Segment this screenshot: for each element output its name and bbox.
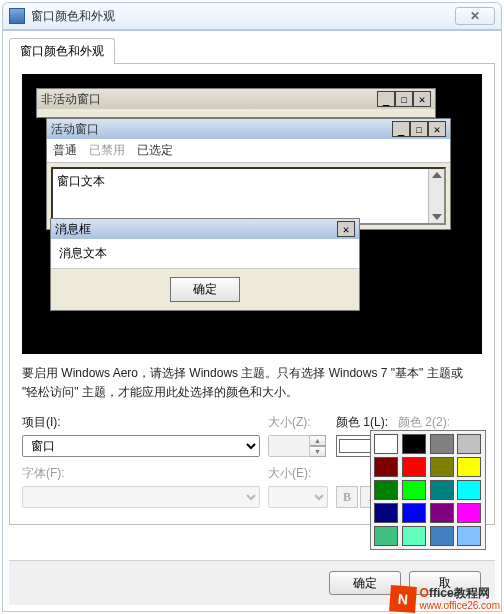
maximize-icon: ☐ (410, 121, 428, 137)
minimize-icon: _ (377, 91, 395, 107)
minimize-icon: _ (392, 121, 410, 137)
palette-color[interactable] (457, 434, 481, 454)
palette-color[interactable] (402, 503, 426, 523)
color1-label: 颜色 1(L): (336, 415, 388, 429)
fontsize-label: 大小(E): (268, 466, 311, 480)
watermark-logo: N Office教程网 www.office26.com (390, 586, 500, 612)
spin-down-icon: ▼ (310, 446, 326, 457)
item-label: 项目(I): (22, 415, 61, 429)
msgbox-ok-button[interactable]: 确定 (170, 277, 240, 302)
window-close-button[interactable]: ✕ (455, 7, 495, 25)
bold-button: B (336, 486, 358, 508)
preview-message-box[interactable]: 消息框 ✕ 消息文本 确定 (50, 218, 360, 311)
preview-menu-bar: 普通 已禁用 已选定 (47, 139, 450, 163)
close-icon: ✕ (337, 221, 355, 237)
palette-color[interactable] (402, 434, 426, 454)
tab-appearance[interactable]: 窗口颜色和外观 (9, 38, 115, 64)
msgbox-text: 消息文本 (51, 239, 359, 269)
close-icon: ✕ (428, 121, 446, 137)
palette-color[interactable] (374, 526, 398, 546)
palette-color[interactable] (430, 434, 454, 454)
logo-badge: N (389, 585, 417, 613)
palette-color[interactable] (402, 526, 426, 546)
preview-textbox[interactable]: 窗口文本 (51, 167, 446, 225)
logo-url: www.office26.com (420, 600, 500, 611)
menu-item-normal[interactable]: 普通 (53, 142, 77, 159)
scrollbar[interactable] (428, 169, 444, 223)
app-icon (9, 8, 25, 24)
preview-inactive-window[interactable]: 非活动窗口 _ ☐ ✕ (36, 88, 436, 118)
title-bar: 窗口颜色和外观 ✕ (2, 2, 502, 30)
palette-color[interactable] (374, 457, 398, 477)
size-spinner (268, 435, 310, 457)
size-label: 大小(Z): (268, 415, 311, 429)
spin-up-icon: ▲ (310, 435, 326, 446)
palette-color[interactable] (457, 503, 481, 523)
menu-item-disabled: 已禁用 (89, 142, 125, 159)
palette-color[interactable] (430, 526, 454, 546)
font-select (22, 486, 260, 508)
preview-area: 非活动窗口 _ ☐ ✕ 活动窗口 _ ☐ ✕ (22, 74, 482, 354)
palette-color[interactable] (374, 480, 398, 500)
preview-active-window[interactable]: 活动窗口 _ ☐ ✕ 普通 已禁用 已选定 窗口文本 (46, 118, 451, 230)
active-window-title: 活动窗口 (51, 121, 392, 138)
item-select[interactable]: 窗口 (22, 435, 260, 457)
msgbox-title: 消息框 (55, 221, 337, 238)
tab-strip: 窗口颜色和外观 (9, 37, 495, 63)
menu-item-selected[interactable]: 已选定 (137, 142, 173, 159)
inactive-window-title: 非活动窗口 (41, 91, 377, 108)
color1-swatch (339, 439, 373, 453)
maximize-icon: ☐ (395, 91, 413, 107)
logo-text-o: O (420, 586, 429, 600)
textbox-text: 窗口文本 (57, 174, 105, 188)
font-label: 字体(F): (22, 466, 65, 480)
palette-color[interactable] (402, 457, 426, 477)
color-palette-popup[interactable] (370, 430, 486, 550)
close-icon: ✕ (413, 91, 431, 107)
logo-text-rest: ffice教程网 (429, 586, 490, 600)
palette-color[interactable] (430, 457, 454, 477)
palette-color[interactable] (430, 503, 454, 523)
palette-color[interactable] (374, 434, 398, 454)
palette-color[interactable] (374, 503, 398, 523)
color2-label: 颜色 2(2): (398, 415, 450, 429)
explanation-text: 要启用 Windows Aero，请选择 Windows 主题。只有选择 Win… (22, 364, 482, 402)
palette-color[interactable] (402, 480, 426, 500)
palette-color[interactable] (457, 526, 481, 546)
fontsize-select (268, 486, 328, 508)
palette-color[interactable] (457, 457, 481, 477)
palette-color[interactable] (430, 480, 454, 500)
palette-color[interactable] (457, 480, 481, 500)
window-title: 窗口颜色和外观 (31, 8, 455, 25)
